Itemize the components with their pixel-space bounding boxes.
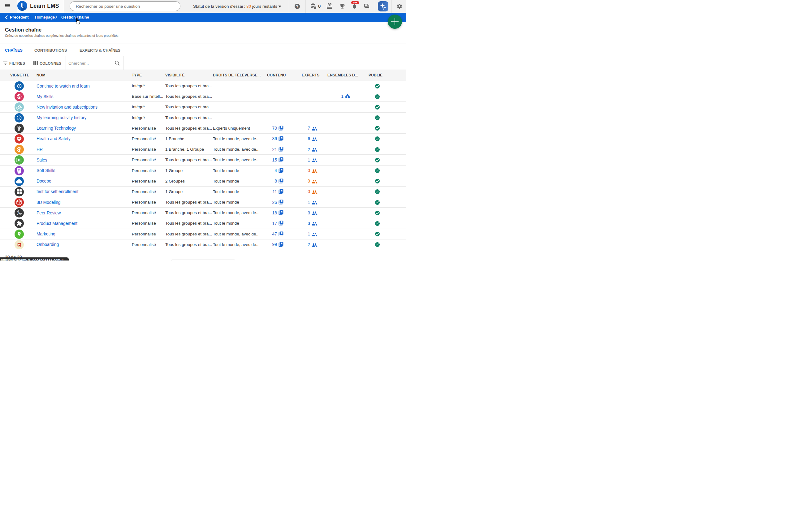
svg-text:?: ?: [296, 4, 298, 9]
svg-text:5: 5: [18, 211, 20, 215]
svg-text:1: 1: [19, 159, 20, 161]
